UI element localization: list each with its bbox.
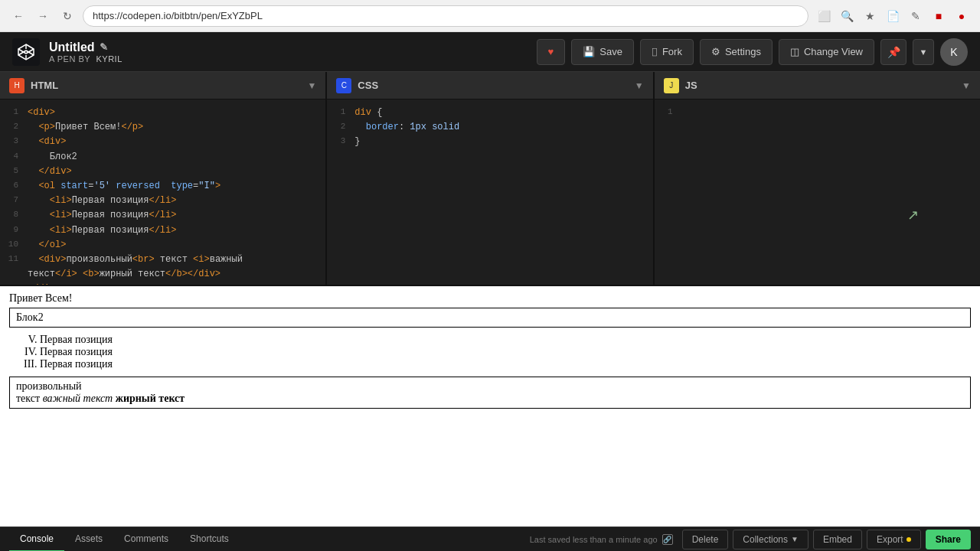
js-editor-icon: J <box>664 78 679 93</box>
collections-label: Collections <box>743 534 788 545</box>
preview-arbitrary: произвольный текст важный текст жирный т… <box>9 377 971 409</box>
search-icon[interactable]: 🔍 <box>838 7 856 25</box>
settings-icon: ⚙ <box>711 46 720 57</box>
back-button[interactable]: ← <box>9 7 28 25</box>
collections-dropdown-arrow: ▼ <box>791 535 799 543</box>
fork-icon: ⌷ <box>652 46 658 57</box>
author-label: A PEN BY <box>49 54 90 64</box>
url-text: https://codepen.io/bitbtn/pen/ExYZbPL <box>93 10 263 21</box>
bookmark-icon[interactable]: ★ <box>861 7 879 25</box>
js-editor-header: J JS ▼ <box>655 72 980 99</box>
list-item: Первая позиция <box>40 358 971 370</box>
status-link-icon[interactable]: 🔗 <box>662 534 673 545</box>
change-view-label: Change View <box>804 46 863 57</box>
save-button[interactable]: 💾 Save <box>571 39 634 65</box>
js-editor-panel: J JS ▼ 1 ↗ <box>655 72 980 285</box>
preview-area: Привет Всем! Блок2 Первая позиция Первая… <box>0 286 980 527</box>
preview-greeting: Привет Всем! <box>9 292 971 305</box>
pdf-icon[interactable]: 📄 <box>884 7 902 25</box>
change-view-button[interactable]: ◫ Change View <box>779 39 874 65</box>
export-notification-dot <box>906 537 911 542</box>
tab-console[interactable]: Console <box>9 527 64 552</box>
html-editor-chevron[interactable]: ▼ <box>307 80 316 91</box>
settings-button[interactable]: ⚙ Settings <box>700 39 773 65</box>
embed-label: Embed <box>823 534 852 545</box>
list-item: Первая позиция <box>40 334 971 346</box>
share-label: Share <box>936 534 961 545</box>
pen-info: Untitled ✎ A PEN BY Kyril <box>49 41 528 64</box>
tab-comments-label: Comments <box>124 533 168 544</box>
tab-shortcuts-label: Shortcuts <box>190 533 229 544</box>
pin-button[interactable]: 📌 <box>880 39 906 65</box>
fork-button[interactable]: ⌷ Fork <box>640 39 694 65</box>
codepen-header: Untitled ✎ A PEN BY Kyril ♥ 💾 Save ⌷ For… <box>0 32 980 72</box>
browser-icons: ⬜ 🔍 ★ 📄 ✎ ■ ● <box>815 7 971 25</box>
preview-arbitrary-line2: текст важный текст жирный текст <box>16 393 964 405</box>
preview-text: текст <box>16 393 43 404</box>
settings-label: Settings <box>725 46 761 57</box>
delete-label: Delete <box>692 534 719 545</box>
list-item: Первая позиция <box>40 346 971 358</box>
header-actions: ♥ 💾 Save ⌷ Fork ⚙ Settings ◫ Change View… <box>537 38 968 66</box>
preview-block2-text: Блок2 <box>16 311 44 323</box>
author-name[interactable]: Kyril <box>96 54 122 64</box>
pen-icon[interactable]: ✎ <box>906 7 925 25</box>
js-editor-lang: JS <box>685 80 956 91</box>
save-label: Save <box>599 46 622 57</box>
js-editor-chevron[interactable]: ▼ <box>962 80 971 91</box>
collections-button[interactable]: Collections ▼ <box>733 530 808 549</box>
user-avatar[interactable]: K <box>940 38 968 66</box>
delete-button[interactable]: Delete <box>682 530 729 549</box>
status-text: Last saved less than a minute ago <box>530 535 658 544</box>
browser-bar: ← → ↻ https://codepen.io/bitbtn/pen/ExYZ… <box>0 0 980 32</box>
extensions-icon[interactable]: ⬜ <box>815 7 833 25</box>
html-editor-content[interactable]: 1<div> 2 <p>Привет Всем!</p> 3 <div> 4 Б… <box>0 99 325 285</box>
change-view-icon: ◫ <box>790 46 799 57</box>
css-editor-lang: CSS <box>358 80 628 91</box>
heart-button[interactable]: ♥ <box>537 39 566 65</box>
tab-shortcuts[interactable]: Shortcuts <box>179 527 240 552</box>
pen-edit-icon[interactable]: ✎ <box>100 41 108 53</box>
tab-assets-label: Assets <box>75 533 103 544</box>
save-icon: 💾 <box>583 46 595 57</box>
share-button[interactable]: Share <box>926 530 971 549</box>
app1-icon[interactable]: ■ <box>929 7 948 25</box>
bottom-status: Last saved less than a minute ago 🔗 <box>530 534 673 545</box>
heart-icon: ♥ <box>548 46 554 57</box>
preview-italic: важный текст <box>43 393 113 404</box>
address-bar[interactable]: https://codepen.io/bitbtn/pen/ExYZbPL <box>83 5 808 27</box>
refresh-button[interactable]: ↻ <box>58 7 77 25</box>
preview-content: Привет Всем! Блок2 Первая позиция Первая… <box>0 286 980 415</box>
fork-label: Fork <box>662 46 682 57</box>
app2-icon[interactable]: ● <box>952 7 971 25</box>
css-editor-chevron[interactable]: ▼ <box>635 80 644 91</box>
editors-row: H HTML ▼ 1<div> 2 <p>Привет Всем!</p> 3 … <box>0 72 980 286</box>
css-editor-panel: C CSS ▼ 1div { 2 border: 1px solid 3} <box>327 72 654 285</box>
tab-assets[interactable]: Assets <box>64 527 113 552</box>
css-editor-header: C CSS ▼ <box>327 72 652 99</box>
export-label: Export <box>877 534 903 545</box>
pen-title[interactable]: Untitled <box>49 41 95 54</box>
html-editor-panel: H HTML ▼ 1<div> 2 <p>Привет Всем!</p> 3 … <box>0 72 327 285</box>
pen-title-row: Untitled ✎ <box>49 41 528 54</box>
js-editor-content[interactable]: 1 <box>655 99 980 285</box>
bottom-bar: Console Assets Comments Shortcuts Last s… <box>0 527 980 551</box>
codepen-logo[interactable] <box>12 38 40 66</box>
preview-bold: жирный текст <box>113 393 185 404</box>
preview-block2: Блок2 <box>9 308 971 328</box>
html-editor-header: H HTML ▼ <box>0 72 325 99</box>
preview-arbitrary-line1: произвольный <box>16 380 964 393</box>
more-dropdown-button[interactable]: ▼ <box>913 39 934 65</box>
css-editor-icon: C <box>336 78 351 93</box>
html-editor-icon: H <box>9 78 24 93</box>
embed-button[interactable]: Embed <box>813 530 862 549</box>
pen-author: A PEN BY Kyril <box>49 54 528 64</box>
tab-console-label: Console <box>20 533 54 544</box>
preview-list: Первая позиция Первая позиция Первая поз… <box>40 334 971 370</box>
export-button[interactable]: Export <box>867 530 921 549</box>
css-editor-content[interactable]: 1div { 2 border: 1px solid 3} <box>327 99 652 285</box>
html-editor-lang: HTML <box>31 80 301 91</box>
tab-comments[interactable]: Comments <box>113 527 179 552</box>
forward-button[interactable]: → <box>34 7 52 25</box>
